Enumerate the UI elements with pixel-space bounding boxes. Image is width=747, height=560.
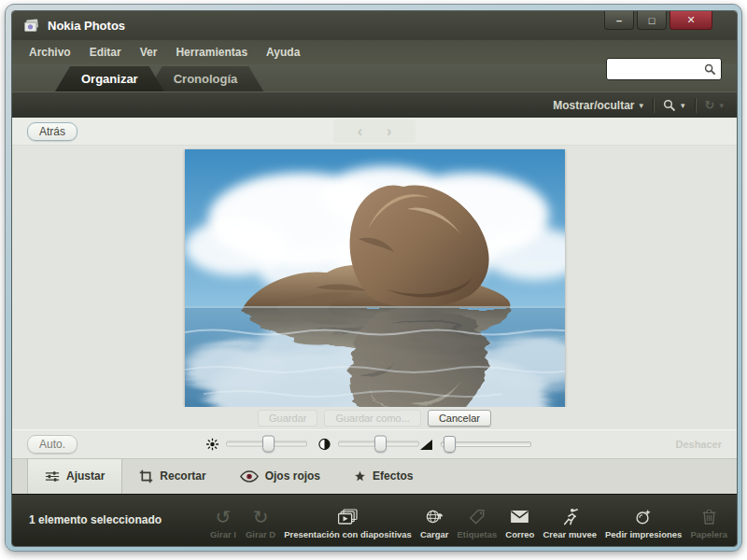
window-controls: – □ ✕	[604, 11, 712, 30]
previous-photo-icon[interactable]: ‹	[358, 123, 362, 140]
tool-strip: Mostrar/ocultar ▾ ▾ ↻ ▾	[12, 91, 737, 118]
tab-cronologia[interactable]: Cronología	[148, 66, 264, 91]
auto-button[interactable]: Auto.	[27, 435, 78, 454]
photo-image	[185, 149, 565, 407]
chevron-down-icon: ▾	[681, 101, 685, 110]
close-icon: ✕	[686, 14, 695, 26]
title-bar: Nokia Photos – □ ✕	[12, 11, 737, 40]
maximize-icon: □	[649, 15, 655, 26]
show-hide-label: Mostrar/ocultar	[553, 99, 634, 112]
tool-tabs: Ajustar Recortar Ojos rojos Efectos	[12, 458, 737, 494]
photo-canvas	[12, 146, 737, 407]
photo-nav: ‹ ›	[333, 119, 416, 143]
menu-ayuda[interactable]: Ayuda	[257, 46, 309, 59]
rotate-right-button: ↻ Girar D	[246, 507, 275, 539]
crop-icon	[139, 469, 153, 483]
search-input[interactable]	[607, 63, 704, 76]
tag-icon	[469, 507, 486, 527]
envelope-icon	[510, 507, 529, 527]
save-as-button: Guardar como...	[324, 410, 420, 427]
create-muvee-button[interactable]: Crear muvee	[543, 507, 597, 539]
tool-ajustar[interactable]: Ajustar	[27, 459, 122, 494]
window-title: Nokia Photos	[48, 19, 125, 33]
contrast-icon	[318, 438, 331, 450]
trash-icon	[701, 507, 717, 527]
rotate-dropdown-disabled: ↻ ▾	[705, 96, 724, 115]
header: Nokia Photos – □ ✕ Archivo Editar Ver He…	[12, 11, 737, 118]
tool-recortar-label: Recortar	[160, 469, 205, 483]
adjust-row: Auto. Deshacer	[12, 429, 737, 458]
rotate-left-button: ↺ Girar I	[209, 507, 237, 539]
maximize-button[interactable]: □	[637, 11, 667, 30]
slider-thumb[interactable]	[262, 436, 275, 453]
chevron-down-icon: ▾	[719, 101, 724, 110]
screenshot: Nokia Photos – □ ✕ Archivo Editar Ver He…	[0, 0, 747, 560]
brightness-slider	[206, 438, 307, 450]
slider-thumb[interactable]	[444, 436, 456, 453]
status-bar: 1 elemento seleccionado ↺ Girar I ↻ Gira…	[12, 494, 737, 546]
minimize-icon: –	[616, 15, 622, 26]
divider	[695, 98, 696, 113]
effects-star-icon	[354, 470, 366, 483]
show-hide-dropdown[interactable]: Mostrar/ocultar ▾	[553, 99, 643, 112]
save-button: Guardar	[258, 410, 317, 427]
slider-thumb[interactable]	[374, 436, 387, 453]
rotate-icon: ↻	[705, 96, 715, 115]
chevron-down-icon: ▾	[640, 101, 644, 110]
search-icon	[704, 63, 716, 76]
tab-organizar-label: Organizar	[81, 72, 138, 86]
zoom-dropdown[interactable]: ▾	[663, 99, 685, 112]
menu-editar[interactable]: Editar	[80, 46, 131, 59]
red-eye-icon	[240, 470, 259, 483]
tool-ojos-rojos-label: Ojos rojos	[265, 469, 320, 483]
rotate-left-icon: ↺	[216, 507, 232, 527]
tags-button: Etiquetas	[458, 507, 498, 539]
magnifier-icon	[663, 99, 676, 112]
color-ramp-icon	[420, 439, 433, 450]
brightness-icon	[206, 438, 218, 450]
slideshow-button[interactable]: Presentación con diapositivas	[284, 507, 412, 539]
selection-count: 1 elemento seleccionado	[29, 513, 162, 526]
app-icon	[23, 19, 40, 33]
undo-label: Deshacer	[675, 439, 722, 450]
prints-icon	[634, 507, 653, 527]
color-slider	[420, 439, 531, 450]
minimize-button[interactable]: –	[604, 11, 634, 30]
tool-recortar[interactable]: Recortar	[122, 459, 222, 494]
menu-archivo[interactable]: Archivo	[20, 46, 80, 59]
divider	[653, 98, 654, 113]
menu-ver[interactable]: Ver	[131, 46, 167, 59]
tool-efectos-label: Efectos	[373, 469, 413, 483]
menu-herramientas[interactable]: Herramientas	[166, 46, 257, 59]
back-strip: Atrás ‹ ›	[12, 118, 737, 146]
back-button[interactable]: Atrás	[27, 122, 78, 141]
tab-organizar[interactable]: Organizar	[55, 66, 164, 91]
contrast-slider	[318, 438, 419, 450]
globe-upload-icon	[425, 507, 444, 527]
adjust-icon	[45, 470, 60, 483]
tab-cronologia-label: Cronología	[174, 72, 238, 86]
window-frame: Nokia Photos – □ ✕ Archivo Editar Ver He…	[5, 4, 742, 552]
next-photo-icon[interactable]: ›	[387, 123, 391, 140]
action-bar: ↺ Girar I ↻ Girar D Presentación con dia…	[209, 501, 727, 539]
upload-button[interactable]: Cargar	[420, 507, 449, 539]
tool-ajustar-label: Ajustar	[66, 469, 105, 483]
email-button[interactable]: Correo	[505, 507, 534, 539]
running-figure-icon	[561, 507, 579, 527]
rotate-right-icon: ↻	[253, 507, 269, 527]
trash-button: Papelera	[690, 507, 727, 539]
save-row: Guardar Guardar como... Cancelar	[12, 407, 737, 428]
app-window: Nokia Photos – □ ✕ Archivo Editar Ver He…	[11, 10, 738, 547]
search-box	[606, 58, 722, 80]
cancel-button[interactable]: Cancelar	[428, 410, 491, 427]
tool-efectos[interactable]: Efectos	[337, 459, 430, 494]
slideshow-icon	[338, 507, 359, 527]
order-prints-button[interactable]: Pedir impresiones	[605, 507, 682, 539]
tool-ojos-rojos[interactable]: Ojos rojos	[223, 459, 337, 494]
close-button[interactable]: ✕	[669, 11, 712, 30]
